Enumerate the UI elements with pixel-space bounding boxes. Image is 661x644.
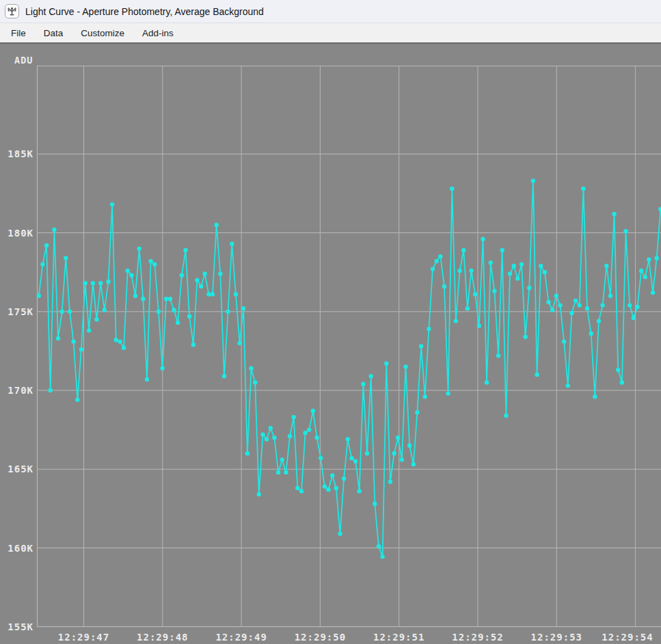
data-point (245, 451, 249, 455)
window-title: Light Curve - Aperture Photometry, Avera… (25, 6, 264, 17)
data-point (218, 271, 222, 276)
menu-item-data[interactable]: Data (44, 28, 64, 38)
data-point (569, 311, 574, 315)
data-point (508, 271, 512, 276)
data-point (122, 346, 126, 350)
data-point (68, 310, 72, 314)
data-point (658, 207, 661, 211)
data-point (222, 374, 226, 378)
data-point (620, 380, 624, 384)
data-point (311, 409, 315, 413)
y-tick-label-155K: 155K (1, 621, 33, 632)
x-tick-label-122949: 12:29:49 (208, 632, 274, 643)
data-point (415, 410, 419, 414)
data-point (597, 319, 601, 323)
data-point (635, 305, 639, 309)
data-point (234, 292, 238, 296)
data-point (241, 306, 245, 310)
app-icon[interactable] (5, 4, 19, 18)
data-point (423, 394, 427, 399)
data-point (346, 437, 350, 441)
chart-area: ADU 185K180K175K170K165K160K155K12:29:47… (0, 42, 661, 644)
data-point (215, 223, 219, 227)
menu-item-addins[interactable]: Add-ins (142, 28, 174, 38)
data-point (361, 382, 365, 386)
data-point (431, 267, 435, 271)
data-point (44, 243, 49, 247)
data-point (106, 280, 110, 284)
data-point (272, 435, 276, 440)
data-point (319, 456, 323, 460)
data-point (326, 487, 330, 492)
data-point (83, 281, 87, 285)
data-point (358, 489, 362, 493)
data-point (49, 388, 53, 392)
data-point (342, 477, 346, 481)
data-point (623, 229, 628, 233)
data-point (477, 323, 481, 327)
data-point (512, 264, 516, 268)
x-tick-label-122950: 12:29:50 (287, 632, 353, 643)
data-point (473, 292, 477, 296)
menu-item-customize[interactable]: Customize (81, 28, 124, 38)
data-point (392, 451, 396, 455)
data-point (485, 380, 489, 384)
data-point (307, 427, 311, 431)
data-point (446, 391, 450, 395)
data-point (438, 254, 442, 258)
data-point (126, 269, 130, 273)
data-point (454, 319, 458, 323)
titlebar: Light Curve - Aperture Photometry, Avera… (0, 0, 661, 23)
plot-border (38, 66, 661, 627)
data-point (303, 431, 307, 435)
data-point (543, 270, 547, 274)
data-point (566, 384, 570, 388)
data-point (75, 398, 79, 402)
data-point (647, 258, 651, 262)
data-point (152, 262, 157, 266)
data-point (292, 415, 296, 419)
data-point (249, 366, 253, 371)
data-point (457, 269, 461, 273)
light-curve-series-line (39, 181, 661, 557)
data-point (211, 292, 215, 296)
data-point (230, 242, 234, 246)
data-point (651, 291, 655, 295)
y-tick-label-185K: 185K (1, 148, 33, 159)
data-point (612, 212, 616, 216)
data-point (226, 310, 230, 314)
data-point (373, 502, 377, 506)
data-point (593, 394, 597, 399)
data-point (160, 366, 164, 371)
data-point (655, 256, 659, 260)
data-point (481, 237, 485, 241)
data-point (103, 308, 107, 312)
data-point (380, 554, 384, 559)
data-point (523, 335, 527, 339)
data-point (288, 434, 292, 438)
data-point (469, 269, 473, 273)
data-point (276, 470, 280, 474)
data-point (203, 271, 207, 276)
data-point (388, 480, 392, 484)
data-point (585, 306, 589, 310)
data-point (554, 294, 558, 298)
data-point (520, 262, 524, 266)
menubar: FileDataCustomizeAdd-ins (0, 23, 661, 42)
data-point (114, 338, 118, 342)
data-point (349, 456, 353, 460)
data-point (98, 281, 103, 285)
data-point (129, 273, 133, 278)
data-point (461, 248, 466, 252)
data-point (515, 276, 520, 280)
y-tick-label-165K: 165K (1, 464, 33, 474)
data-point (628, 303, 632, 307)
data-point (539, 264, 543, 268)
data-point (206, 292, 211, 296)
data-point (110, 202, 114, 206)
data-point (616, 368, 620, 372)
menu-item-file[interactable]: File (11, 28, 26, 38)
data-point (527, 286, 531, 290)
data-point (632, 316, 636, 320)
data-point (574, 298, 578, 302)
